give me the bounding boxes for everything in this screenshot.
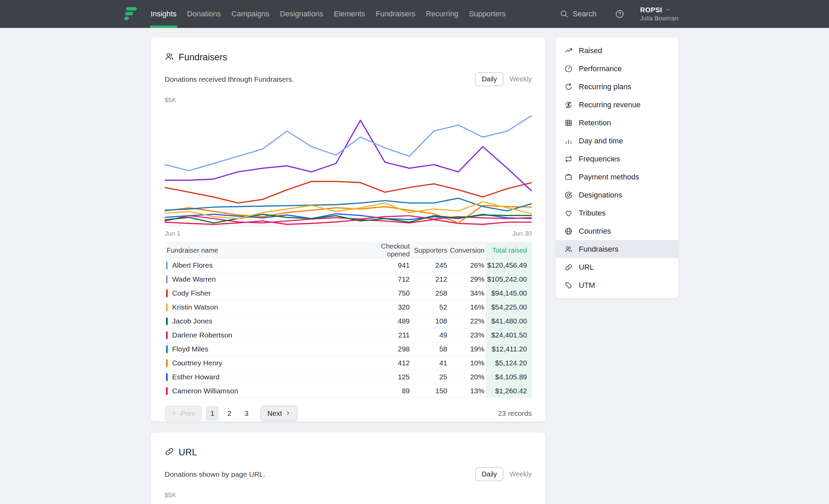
sidebar-item-raised[interactable]: Raised bbox=[556, 42, 678, 60]
table-grid-icon bbox=[564, 119, 573, 127]
cell-conversion: 23% bbox=[449, 328, 486, 342]
y-axis-top-label: $5K bbox=[165, 96, 532, 104]
cell-checkout_opened: 941 bbox=[357, 258, 411, 272]
help-icon bbox=[615, 9, 624, 19]
table-row: Darlene Robertson2114923%$24,401.50 bbox=[165, 328, 532, 342]
link-icon bbox=[165, 447, 174, 458]
fundraiser-name: Floyd Miles bbox=[172, 345, 208, 353]
cell-total_raised: $120,456.49 bbox=[486, 258, 532, 272]
cell-conversion: 29% bbox=[449, 272, 486, 286]
dollar-cycle-icon bbox=[564, 101, 573, 109]
nav-item-campaigns[interactable]: Campaigns bbox=[231, 0, 270, 28]
cell-supporters: 150 bbox=[411, 384, 449, 398]
reports-sidebar: RaisedPerformanceRecurring plansRecurrin… bbox=[556, 37, 678, 298]
daily-toggle-button[interactable]: Daily bbox=[475, 467, 503, 481]
user-name: Julia Bowman bbox=[640, 15, 678, 22]
table-header-row: Fundraiser nameCheckout openedSupporters… bbox=[165, 242, 532, 258]
page-button-1[interactable]: 1 bbox=[206, 406, 219, 421]
sidebar-item-label: Fundraisers bbox=[579, 245, 618, 254]
cell-conversion: 10% bbox=[449, 356, 486, 370]
series-color-chip bbox=[166, 275, 168, 283]
sidebar-item-label: Recurring revenue bbox=[579, 100, 640, 109]
cell-supporters: 245 bbox=[411, 258, 449, 272]
sidebar-item-label: Raised bbox=[579, 46, 602, 55]
page-button-2[interactable]: 2 bbox=[223, 406, 236, 421]
sidebar-item-frequencies[interactable]: Frequencies bbox=[556, 150, 678, 168]
fundraise-up-logo-icon[interactable] bbox=[123, 7, 139, 22]
weekly-toggle-button[interactable]: Weekly bbox=[510, 470, 532, 478]
account-menu[interactable]: ROPSI Julia Bowman bbox=[640, 6, 678, 22]
column-header-checkout-opened: Checkout opened bbox=[357, 242, 411, 258]
sidebar-item-label: Frequencies bbox=[579, 155, 620, 163]
heart-icon bbox=[564, 209, 573, 217]
sidebar-item-designations[interactable]: Designations bbox=[556, 186, 678, 204]
cell-conversion: 13% bbox=[449, 384, 486, 398]
url-card-title: URL bbox=[179, 447, 197, 458]
cell-conversion: 19% bbox=[449, 342, 486, 356]
cell-total_raised: $12,411.20 bbox=[486, 342, 532, 356]
column-header-conversion: Conversion bbox=[449, 242, 486, 258]
interval-toggle: Daily Weekly bbox=[475, 72, 532, 86]
interval-toggle: Daily Weekly bbox=[475, 467, 532, 481]
table-row: Courtney Henry4124110%$5,124.20 bbox=[165, 356, 532, 370]
column-header-total-raised: Total raised bbox=[486, 242, 532, 258]
fundraisers-table: Fundraiser nameCheckout openedSupporters… bbox=[165, 242, 532, 398]
sidebar-item-fundraisers[interactable]: Fundraisers bbox=[556, 240, 678, 258]
prev-page-button[interactable]: Prev bbox=[165, 406, 202, 421]
fundraiser-name: Darlene Robertson bbox=[172, 331, 232, 339]
bar-chart-icon bbox=[564, 137, 573, 145]
table-row: Esther Howard1252520%$4,105.89 bbox=[165, 370, 532, 384]
cell-total_raised: $5,124.20 bbox=[486, 356, 532, 370]
nav-item-fundraisers[interactable]: Fundraisers bbox=[375, 0, 416, 28]
cell-supporters: 258 bbox=[411, 286, 449, 300]
table-row: Kristin Watson3205216%$54,225.00 bbox=[165, 300, 532, 314]
cell-supporters: 108 bbox=[411, 314, 449, 328]
cell-total_raised: $1,260.42 bbox=[486, 384, 532, 398]
cell-supporters: 41 bbox=[411, 356, 449, 370]
nav-item-designations[interactable]: Designations bbox=[279, 0, 324, 28]
sidebar-item-label: Tributes bbox=[579, 209, 606, 218]
sidebar-item-performance[interactable]: Performance bbox=[556, 60, 678, 78]
sidebar-item-label: Retention bbox=[579, 119, 611, 127]
sidebar-item-retention[interactable]: Retention bbox=[556, 114, 678, 132]
column-header-supporters: Supporters bbox=[411, 242, 449, 258]
series-color-chip bbox=[166, 303, 168, 311]
weekly-toggle-button[interactable]: Weekly bbox=[510, 75, 532, 83]
trend-up-icon bbox=[564, 47, 573, 55]
people-icon bbox=[564, 245, 573, 253]
org-name: ROPSI bbox=[640, 6, 662, 14]
sidebar-item-label: Recurring plans bbox=[579, 82, 631, 91]
nav-item-elements[interactable]: Elements bbox=[333, 0, 366, 28]
main-navigation: InsightsDonationsCampaignsDesignationsEl… bbox=[150, 0, 515, 28]
page-button-3[interactable]: 3 bbox=[240, 406, 253, 421]
cell-checkout_opened: 211 bbox=[357, 328, 411, 342]
daily-toggle-button[interactable]: Daily bbox=[475, 72, 503, 86]
next-page-button[interactable]: Next bbox=[260, 406, 298, 421]
help-button[interactable] bbox=[615, 9, 624, 19]
column-header-fundraiser-name: Fundraiser name bbox=[165, 242, 357, 258]
nav-item-insights[interactable]: Insights bbox=[150, 0, 177, 28]
table-row: Cody Fisher75025834%$94,145.00 bbox=[165, 286, 532, 300]
nav-item-donations[interactable]: Donations bbox=[186, 0, 222, 28]
sidebar-item-recurring-plans[interactable]: Recurring plans bbox=[556, 78, 678, 96]
nav-item-recurring[interactable]: Recurring bbox=[425, 0, 459, 28]
sidebar-item-payment-methods[interactable]: Payment methods bbox=[556, 168, 678, 186]
sidebar-item-tributes[interactable]: Tributes bbox=[556, 204, 678, 222]
sidebar-item-url[interactable]: URL bbox=[556, 258, 678, 276]
sidebar-item-recurring-revenue[interactable]: Recurring revenue bbox=[556, 96, 678, 114]
series-color-chip bbox=[166, 359, 168, 367]
cell-supporters: 52 bbox=[411, 300, 449, 314]
top-navbar: InsightsDonationsCampaignsDesignationsEl… bbox=[0, 0, 829, 28]
cell-checkout_opened: 712 bbox=[357, 272, 411, 286]
fundraiser-name: Wade Warren bbox=[172, 275, 216, 283]
cell-total_raised: $24,401.50 bbox=[486, 328, 532, 342]
sidebar-item-countries[interactable]: Countries bbox=[556, 222, 678, 240]
search-button[interactable]: Search bbox=[560, 10, 597, 18]
search-icon bbox=[560, 10, 569, 18]
cell-supporters: 58 bbox=[411, 342, 449, 356]
sidebar-item-day-and-time[interactable]: Day and time bbox=[556, 132, 678, 150]
tag-icon bbox=[564, 281, 573, 289]
series-color-chip bbox=[166, 373, 168, 381]
nav-item-supporters[interactable]: Supporters bbox=[468, 0, 507, 28]
sidebar-item-utm[interactable]: UTM bbox=[556, 276, 678, 294]
